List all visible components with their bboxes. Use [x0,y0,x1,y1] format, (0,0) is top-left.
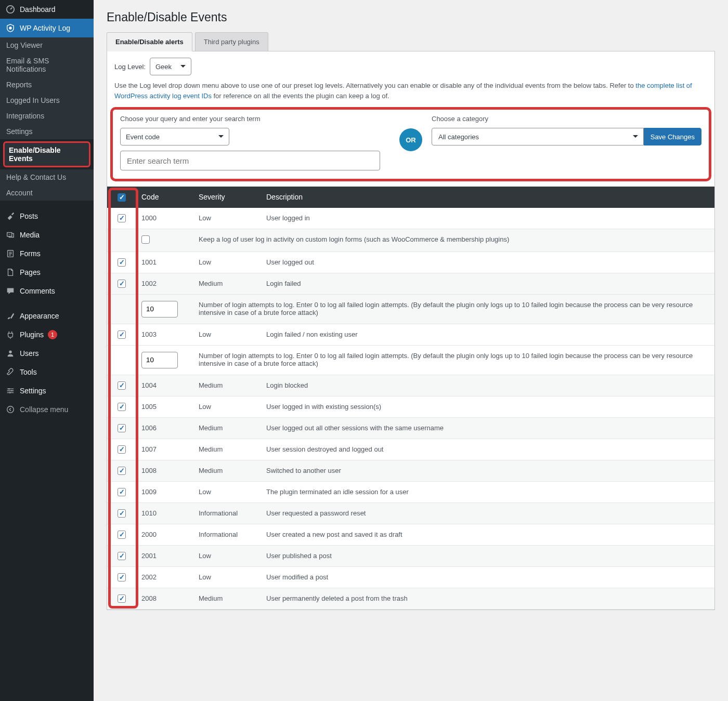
event-checkbox[interactable] [118,531,126,539]
event-checkbox[interactable] [118,509,126,518]
table-row: 2002LowUser modified a post [107,566,714,588]
sidebar-sub-settings[interactable]: Settings [0,124,94,139]
attempts-description: Number of login attempts to log. Enter 0… [193,294,714,324]
sidebar-label: Pages [20,268,41,276]
sidebar-item-comments[interactable]: Comments [0,282,94,300]
sidebar-item-dashboard[interactable]: Dashboard [0,0,94,19]
sidebar-item-users[interactable]: Users [0,344,94,363]
events-table: Code Severity Description 1000LowUser lo… [107,187,714,610]
query-type-value: Event code [126,133,160,141]
event-checkbox[interactable] [118,381,126,390]
sidebar-label: Posts [20,212,38,220]
event-checkbox[interactable] [118,594,126,603]
event-code: 1004 [136,375,193,396]
sidebar-sub-account[interactable]: Account [0,185,94,201]
attempts-input[interactable] [141,352,178,368]
sidebar-label: WP Activity Log [20,24,70,32]
sidebar-item-forms[interactable]: Forms [0,244,94,263]
table-row: 2008MediumUser permanently deleted a pos… [107,588,714,609]
event-checkbox[interactable] [118,573,126,581]
sidebar-collapse[interactable]: Collapse menu [0,400,94,419]
attempts-input[interactable] [141,301,178,318]
event-checkbox[interactable] [118,258,126,267]
event-checkbox[interactable] [118,424,126,432]
search-input[interactable] [120,151,380,170]
query-type-select[interactable]: Event code [120,128,229,146]
sidebar-sub-help[interactable]: Help & Contact Us [0,169,94,185]
user-icon [5,348,16,359]
sidebar-label: Forms [20,249,41,258]
event-severity: Informational [193,502,261,524]
table-row: 1007MediumUser session destroyed and log… [107,439,714,460]
table-row: 1002MediumLogin failed [107,273,714,294]
wrench-icon [5,367,16,377]
sidebar-label: Appearance [20,312,59,320]
filter-box: Choose your query and enter your search … [110,107,711,181]
event-checkbox[interactable] [118,445,126,454]
svg-point-7 [9,392,11,393]
sidebar-item-plugins[interactable]: Plugins 1 [0,325,94,344]
page-icon [5,267,16,277]
event-severity: Medium [193,439,261,460]
event-code: 1007 [136,439,193,460]
event-checkbox[interactable] [118,403,126,411]
event-checkbox[interactable] [118,488,126,496]
forms-icon [5,248,16,259]
event-code: 2008 [136,588,193,609]
th-description[interactable]: Description [261,187,714,208]
admin-sidebar: Dashboard WP Activity Log Log Viewer Ema… [0,0,94,701]
collapse-icon [5,404,16,415]
th-severity[interactable]: Severity [193,187,261,208]
event-severity: Low [193,566,261,588]
th-code[interactable]: Code [136,187,193,208]
dashboard-icon [5,4,16,15]
event-checkbox[interactable] [118,280,126,288]
tab-enable-disable-alerts[interactable]: Enable/Disable alerts [107,32,192,51]
save-changes-button[interactable]: Save Changes [644,128,701,146]
sidebar-item-settings[interactable]: Settings [0,381,94,400]
table-row: Number of login attempts to log. Enter 0… [107,345,714,375]
sidebar-label: Settings [20,387,46,395]
event-description: Switched to another user [261,460,714,481]
log-level-value: Geek [155,63,172,71]
event-severity: Informational [193,524,261,545]
event-severity: Low [193,481,261,502]
settings-panel: Log Level: Geek Use the Log level drop d… [107,51,715,610]
sidebar-sub-enable-disable-events[interactable]: Enable/Disable Events [3,141,90,167]
sidebar-item-media[interactable]: Media [0,226,94,244]
sidebar-item-wp-activity-log[interactable]: WP Activity Log [0,19,94,37]
sidebar-sub-logged-in-users[interactable]: Logged In Users [0,92,94,108]
sidebar-sub-integrations[interactable]: Integrations [0,108,94,124]
event-severity: Medium [193,460,261,481]
select-all-checkbox[interactable] [118,193,126,202]
svg-point-6 [11,390,12,392]
tab-third-party-plugins[interactable]: Third party plugins [195,32,268,51]
event-checkbox[interactable] [118,330,126,339]
category-select[interactable]: All categories [432,128,644,146]
sidebar-item-appearance[interactable]: Appearance [0,307,94,325]
helper-text: Use the Log level drop down menu above t… [107,81,714,107]
event-checkbox[interactable] [118,552,126,560]
update-badge: 1 [48,330,57,339]
event-description: User logged out [261,252,714,273]
event-severity: Low [193,324,261,345]
event-checkbox[interactable] [118,467,126,475]
sidebar-sub-log-viewer[interactable]: Log Viewer [0,37,94,53]
event-description: User published a post [261,545,714,566]
sidebar-item-pages[interactable]: Pages [0,263,94,282]
event-code: 1003 [136,324,193,345]
shield-icon [5,23,16,33]
table-row: 1009LowThe plugin terminated an idle ses… [107,481,714,502]
plug-icon [5,329,16,340]
event-description: The plugin terminated an idle session fo… [261,481,714,502]
log-level-select[interactable]: Geek [150,58,191,75]
sidebar-sub-reports[interactable]: Reports [0,77,94,92]
event-checkbox[interactable] [118,214,126,222]
event-description: User permanently deleted a post from the… [261,588,714,609]
category-value: All categories [438,133,479,141]
tab-bar: Enable/Disable alerts Third party plugin… [107,32,715,51]
sidebar-item-tools[interactable]: Tools [0,363,94,381]
event-checkbox[interactable] [141,235,150,244]
sidebar-sub-email-sms[interactable]: Email & SMS Notifications [0,53,94,77]
sidebar-item-posts[interactable]: Posts [0,207,94,226]
